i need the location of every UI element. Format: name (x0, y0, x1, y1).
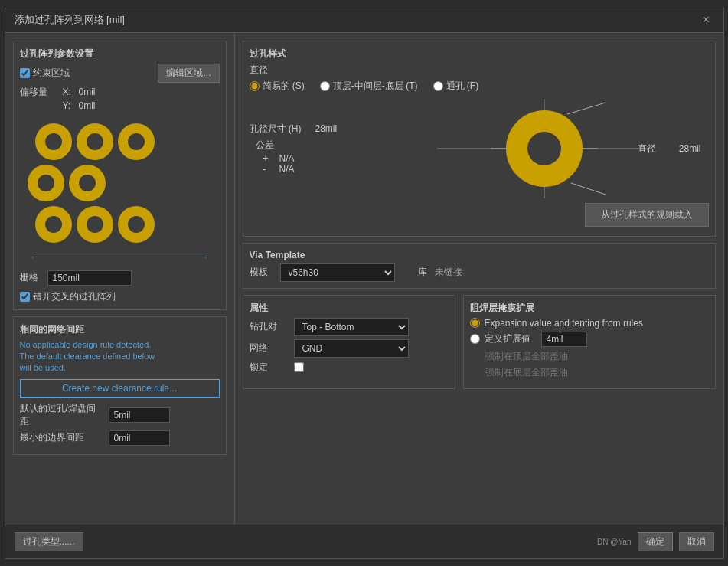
drill-pair-row: 钻孔对 Top - Bottom (250, 318, 449, 336)
via-type-button[interactable]: 过孔类型...... (15, 532, 83, 551)
via-diagram-svg (437, 99, 651, 198)
title-bar: 添加过孔阵列到网络 [mil] × (5, 8, 723, 33)
properties-section: 属性 钻孔对 Top - Bottom 网络 GND 锁定 (243, 295, 455, 389)
lock-checkbox[interactable] (294, 362, 304, 372)
dialog-footer: 过孔类型...... DN @Yan 确定 取消 (5, 525, 723, 558)
solder-radio1-row: Expansion value and tenting from rules (470, 318, 709, 329)
dialog: 添加过孔阵列到网络 [mil] × 过孔阵列参数设置 约束区域 编辑区域... (5, 8, 724, 559)
radio-simple-label[interactable]: 简易的 (S) (250, 80, 305, 93)
min-border-input[interactable] (109, 430, 170, 446)
network-row: 网络 GND (250, 339, 449, 358)
arrow-line (35, 257, 204, 257)
bottom-sections: 属性 钻孔对 Top - Bottom 网络 GND 锁定 (243, 295, 716, 389)
drill-pair-select[interactable]: Top - Bottom (294, 318, 409, 336)
via-style-radio-row: 简易的 (S) 顶层-中间层-底层 (T) 通孔 (F) (250, 80, 709, 93)
via-template-section: Via Template 模板 v56h30 库 未链接 (243, 243, 716, 289)
arrow-container: ← → (28, 250, 212, 263)
left-panel: 过孔阵列参数设置 约束区域 编辑区域... 偏移量 X: 0mil (5, 33, 235, 525)
solder-top-row: 强制在顶层全部盖油 (485, 350, 709, 363)
radio-through[interactable] (433, 81, 443, 91)
diameter-right-label: 直径 28mil (638, 142, 701, 155)
solder-bottom-row: 强制在底层全部盖油 (485, 366, 709, 379)
via-circle (69, 165, 106, 201)
close-button[interactable]: × (699, 12, 714, 28)
offset-section: 偏移量 X: 0mil Y: 0mil (20, 83, 220, 116)
load-button[interactable]: 从过孔样式的规则载入 (585, 203, 709, 227)
tolerance-section: 公差 + N/A - N/A (256, 139, 372, 175)
array-settings-section: 过孔阵列参数设置 约束区域 编辑区域... 偏移量 X: 0mil (13, 41, 227, 310)
default-clearance-input[interactable] (109, 407, 170, 423)
hole-size-row: 孔径尺寸 (H) 28mil (250, 123, 372, 136)
edit-area-button[interactable]: 编辑区域... (158, 64, 219, 83)
radio-simple[interactable] (250, 81, 260, 91)
radio-through-label[interactable]: 通孔 (F) (433, 80, 479, 93)
diameter-preview-row: 孔径尺寸 (H) 28mil 公差 + N/A - N/A (250, 99, 709, 198)
default-clearance-row: 默认的过孔/焊盘间距 (20, 402, 220, 428)
right-panel: 过孔样式 直径 简易的 (S) 顶层-中间层-底层 (T) 通孔 (235, 33, 723, 525)
solder-radio1[interactable] (470, 318, 480, 328)
cancel-button[interactable]: 取消 (679, 532, 714, 551)
via-circle (118, 206, 155, 243)
lock-row: 锁定 (250, 361, 449, 374)
via-svg-preview: 直径 28mil (380, 99, 709, 198)
dialog-body: 过孔阵列参数设置 约束区域 编辑区域... 偏移量 X: 0mil (5, 33, 723, 525)
warning-text: No applicable design rule detected. The … (20, 339, 220, 375)
tol-minus-row: - N/A (263, 164, 372, 175)
constrain-area-row: 约束区域 编辑区域... (20, 64, 220, 83)
solder-mask-section: 阻焊层掩膜扩展 Expansion value and tenting from… (463, 295, 716, 389)
footer-left: 过孔类型...... (15, 532, 83, 551)
via-circle (77, 206, 113, 243)
via-circle (28, 165, 64, 201)
offset-y-row: Y: 0mil (20, 100, 220, 111)
stagger-checkbox[interactable] (20, 292, 30, 302)
via-circle (118, 123, 155, 160)
solder-radio2-row: 定义扩展值 (470, 332, 709, 347)
confirm-button[interactable]: 确定 (638, 532, 673, 551)
solder-expand-input[interactable] (541, 332, 587, 347)
grid-row: 栅格 (20, 270, 220, 286)
arrow-right: → (201, 252, 209, 261)
array-settings-title: 过孔阵列参数设置 (20, 47, 220, 61)
diameter-params: 孔径尺寸 (H) 28mil 公差 + N/A - N/A (250, 123, 372, 175)
svg-line-3 (571, 183, 606, 195)
tol-plus-row: + N/A (263, 153, 372, 164)
via-row-1 (35, 123, 212, 160)
svg-point-5 (527, 132, 561, 165)
network-spacing-section: 相同的网络间距 No applicable design rule detect… (13, 316, 227, 455)
offset-x-row: 偏移量 X: 0mil (20, 86, 220, 99)
dialog-title: 添加过孔阵列到网络 [mil] (15, 13, 125, 27)
create-rule-button[interactable]: Create new clearance rule... (20, 379, 220, 398)
template-row: 模板 v56h30 库 未链接 (250, 263, 709, 282)
grid-input[interactable] (47, 270, 132, 286)
footer-right: DN @Yan 确定 取消 (597, 532, 713, 551)
via-circle (35, 123, 72, 160)
stagger-row: 错开交叉的过孔阵列 (20, 290, 220, 303)
via-circle (77, 123, 113, 160)
via-circle (35, 206, 72, 243)
diameter-label-row: 直径 (250, 64, 709, 77)
constrain-area-label[interactable]: 约束区域 (20, 67, 70, 80)
via-preview-container: ← → (20, 116, 220, 270)
radio-topbottom[interactable] (320, 81, 330, 91)
template-select[interactable]: v56h30 (280, 263, 395, 282)
via-style-section: 过孔样式 直径 简易的 (S) 顶层-中间层-底层 (T) 通孔 (243, 41, 716, 237)
load-btn-container: 从过孔样式的规则载入 (250, 203, 709, 230)
min-border-row: 最小的边界间距 (20, 430, 220, 446)
svg-line-2 (567, 103, 606, 114)
via-row-3 (35, 206, 212, 243)
via-row-2 (28, 165, 212, 201)
arrow-left: ← (31, 252, 39, 261)
network-select[interactable]: GND (294, 339, 409, 358)
constrain-area-checkbox[interactable] (20, 68, 30, 78)
solder-radio2[interactable] (470, 334, 480, 344)
radio-topbottom-label[interactable]: 顶层-中间层-底层 (T) (320, 80, 418, 93)
